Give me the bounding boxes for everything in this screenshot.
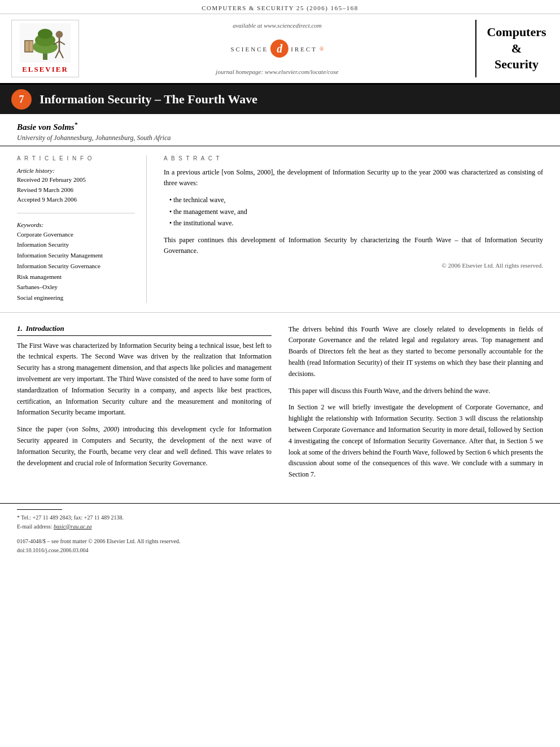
- keyword-corporate-governance: Corporate Governance: [17, 229, 135, 240]
- received-date: Received 20 February 2005: [17, 175, 135, 185]
- copyright-line: © 2006 Elsevier Ltd. All rights reserved…: [164, 261, 543, 271]
- abstract-header: A B S T R A C T: [164, 155, 543, 161]
- author-name: Basie von Solms*: [17, 121, 543, 132]
- elsevier-logo: ELSEVIER: [11, 20, 79, 77]
- footnote-email-link[interactable]: basic@rau.ac.za: [54, 523, 92, 530]
- sciencedirect-logo: science d irect ®: [230, 40, 323, 58]
- journal-top-bar: COMPUTERS & SECURITY 25 (2006) 165–168: [0, 0, 560, 14]
- svg-point-4: [38, 29, 53, 39]
- journal-name-title: Computers & Security: [487, 24, 546, 73]
- main-content: 1. Introduction The First Wave was chara…: [0, 313, 560, 497]
- keyword-risk: Risk management: [17, 272, 135, 282]
- registered-mark: ®: [320, 46, 324, 52]
- accepted-date: Accepted 9 March 2006: [17, 195, 135, 205]
- svg-rect-12: [25, 41, 29, 51]
- science-text: science: [230, 44, 268, 54]
- abstract-content: In a previous article [von Solms, 2000],…: [164, 167, 543, 271]
- article-history: Article history: Received 20 February 20…: [17, 167, 135, 213]
- footnote-divider: [17, 509, 62, 510]
- abstract-intro: In a previous article [von Solms, 2000],…: [164, 167, 543, 189]
- keyword-information-security: Information Security: [17, 239, 135, 250]
- main-column-left: 1. Introduction The First Wave was chara…: [17, 324, 272, 486]
- section-1-name: Introduction: [26, 324, 64, 333]
- elsevier-tree-icon: [20, 23, 71, 63]
- elsevier-brand-text: ELSEVIER: [22, 65, 68, 74]
- svg-rect-13: [29, 41, 33, 51]
- direct-text: irect: [291, 44, 317, 54]
- article-info-header: A R T I C L E I N F O: [17, 155, 135, 161]
- footnote-area: * Tel.: +27 11 489 2843; fax: +27 11 489…: [0, 503, 560, 535]
- section-1-right-para-3: In Section 2 we will briefly investigate…: [288, 402, 543, 480]
- author-section: Basie von Solms* University of Johannesb…: [0, 114, 560, 146]
- inline-ref-vonsolms: von Solms, 2000: [68, 425, 117, 433]
- bullet-3: the institutional wave.: [169, 217, 543, 229]
- section-1-para-2: Since the paper (von Solms, 2000) introd…: [17, 424, 272, 469]
- available-at-text: available at www.sciencedirect.com: [233, 22, 322, 29]
- abstract-column: A B S T R A C T In a previous article [v…: [164, 155, 543, 303]
- abstract-bullets: the technical wave, the management wave,…: [169, 194, 543, 229]
- section-1-number: 1.: [17, 324, 23, 333]
- keyword-social: Social engineering: [17, 292, 135, 303]
- bottom-info: 0167-4048/$ – see front matter © 2006 El…: [0, 535, 560, 561]
- journal-homepage-text: journal homepage: www.elsevier.com/locat…: [216, 68, 338, 75]
- svg-point-5: [56, 31, 63, 38]
- section-1-right-para-2: This paper will discuss this Fourth Wave…: [288, 386, 543, 397]
- article-metadata-columns: A R T I C L E I N F O Article history: R…: [0, 146, 560, 313]
- keywords-section: Keywords: Corporate Governance Informati…: [17, 221, 135, 303]
- keywords-label: Keywords:: [17, 221, 135, 228]
- article-title: Information Security – The Fourth Wave: [40, 92, 257, 107]
- history-label: Article history:: [17, 167, 135, 174]
- author-sup: *: [75, 121, 78, 128]
- author-affiliation: University of Johannesburg, Johannesburg…: [17, 134, 543, 142]
- bottom-line-2: doi:10.1016/j.cose.2006.03.004: [17, 546, 543, 555]
- footnote-star: * Tel.: +27 11 489 2843; fax: +27 11 489…: [17, 513, 543, 522]
- article-number-icon: 7: [11, 89, 32, 110]
- revised-date: Revised 9 March 2006: [17, 185, 135, 195]
- keyword-ism: Information Security Management: [17, 250, 135, 261]
- header-middle: available at www.sciencedirect.com scien…: [90, 20, 464, 77]
- section-1-para-1: The First Wave was characterized by Info…: [17, 340, 272, 419]
- article-title-bar: 7 Information Security – The Fourth Wave: [0, 85, 560, 114]
- bottom-line-1: 0167-4048/$ – see front matter © 2006 El…: [17, 537, 543, 546]
- journal-name-box: Computers & Security: [475, 20, 549, 77]
- bullet-2: the management wave, and: [169, 206, 543, 217]
- section-1-right-para-1: The drivers behind this Fourth Wave are …: [288, 324, 543, 380]
- bullet-1: the technical wave,: [169, 194, 543, 206]
- keyword-isg: Information Security Governance: [17, 261, 135, 272]
- section-1-title: 1. Introduction: [17, 324, 272, 336]
- main-column-right: The drivers behind this Fourth Wave are …: [288, 324, 543, 486]
- journal-header: ELSEVIER available at www.sciencedirect.…: [0, 14, 560, 85]
- sd-circle-icon: d: [270, 40, 288, 58]
- keyword-sarbanes: Sarbanes–Oxley: [17, 282, 135, 292]
- article-info-column: A R T I C L E I N F O Article history: R…: [17, 155, 147, 303]
- footnote-email: E-mail address: basic@rau.ac.za: [17, 522, 543, 531]
- abstract-conclusion: This paper continues this development of…: [164, 235, 543, 256]
